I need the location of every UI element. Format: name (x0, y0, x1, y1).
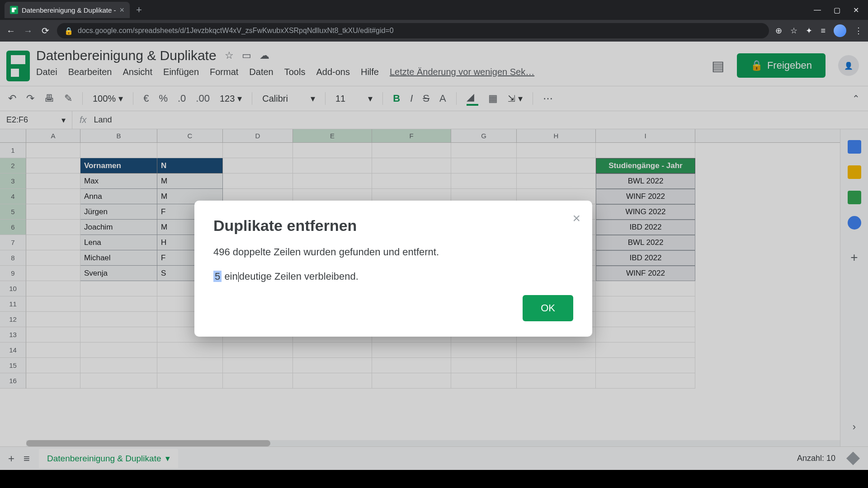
bookmark-icon[interactable]: ☆ (790, 26, 797, 36)
profile-avatar-icon[interactable] (834, 24, 846, 37)
unique-count-highlight: 5 (213, 271, 222, 282)
address-bar[interactable]: 🔒 docs.google.com/spreadsheets/d/1Jevzbk… (57, 23, 769, 38)
minimize-icon[interactable]: — (814, 6, 821, 14)
sheets-favicon-icon (10, 6, 18, 14)
back-button[interactable]: ← (5, 26, 16, 36)
reading-list-icon[interactable]: ≡ (821, 26, 826, 36)
browser-nav-bar: ← → ⟳ 🔒 docs.google.com/spreadsheets/d/1… (0, 20, 868, 42)
dialog-message-1: 496 doppelte Zeilen wurden gefunden und … (213, 246, 573, 258)
menu-icon[interactable]: ⋮ (854, 26, 863, 36)
close-dialog-button[interactable]: × (572, 211, 580, 226)
new-tab-button[interactable]: + (136, 4, 142, 16)
tab-title: Datenbereinigung & Duplikate - (22, 6, 116, 14)
window-controls: — ▢ ✕ (814, 6, 868, 14)
extensions-icon[interactable]: ✦ (806, 26, 812, 36)
browser-tab[interactable]: Datenbereinigung & Duplikate - × (5, 2, 130, 18)
browser-tab-bar: Datenbereinigung & Duplikate - × + — ▢ ✕ (0, 0, 868, 20)
bottom-bar (0, 470, 868, 488)
close-tab-icon[interactable]: × (119, 5, 124, 15)
dialog-message-2: 5 eindeutige Zeilen verbleibend. (213, 271, 573, 282)
dialog-title: Duplikate entfernen (213, 217, 573, 235)
maximize-icon[interactable]: ▢ (834, 6, 840, 14)
forward-button[interactable]: → (23, 26, 33, 36)
url-text: docs.google.com/spreadsheets/d/1Jevzbkqc… (78, 27, 394, 35)
text-cursor-icon (238, 272, 239, 282)
ok-button[interactable]: OK (523, 295, 573, 321)
zoom-icon[interactable]: ⊕ (775, 26, 782, 36)
close-window-icon[interactable]: ✕ (853, 6, 859, 14)
reload-button[interactable]: ⟳ (40, 25, 51, 36)
lock-icon: 🔒 (64, 27, 73, 35)
remove-duplicates-dialog: × Duplikate entfernen 496 doppelte Zeile… (194, 201, 592, 337)
